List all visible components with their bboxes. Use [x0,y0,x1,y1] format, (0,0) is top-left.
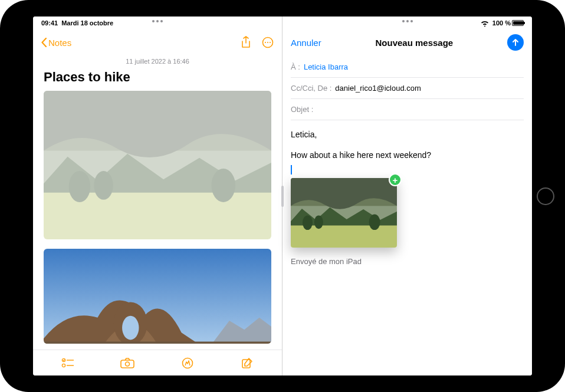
ipad-device: 09:41 Mardi 18 octobre 100 % Notes [0,0,565,392]
add-badge-icon: + [389,173,402,186]
to-field[interactable]: À : Leticia Ibarra [291,57,524,78]
svg-point-9 [211,169,235,202]
more-icon[interactable] [262,37,274,48]
note-timestamp: 11 juillet 2022 à 16:46 [33,57,282,70]
back-button-label: Notes [48,38,71,48]
to-label: À : [291,62,300,71]
svg-point-3 [270,42,271,43]
status-bar: 09:41 Mardi 18 octobre 100 % [33,17,532,29]
notes-app-pane: Notes 11 juillet 2022 à 16:46 Places to … [33,17,282,375]
compose-icon[interactable] [238,354,256,372]
screen: 09:41 Mardi 18 octobre 100 % Notes [33,17,532,375]
svg-point-18 [126,362,130,366]
note-body[interactable] [33,91,282,350]
back-button[interactable]: Notes [41,38,71,48]
note-photo-1[interactable] [44,91,271,239]
svg-point-8 [94,171,113,200]
svg-point-12 [122,316,139,340]
svg-point-26 [369,215,380,230]
markup-icon[interactable] [179,354,196,372]
cc-label: Cc/Cci, De : [291,84,331,93]
subject-label: Objet : [291,105,313,114]
status-time: 09:41 [41,19,58,27]
from-address: daniel_rico1@icloud.com [335,84,421,93]
text-cursor [291,165,292,174]
svg-point-7 [69,171,91,202]
to-recipient[interactable]: Leticia Ibarra [304,62,348,71]
svg-rect-17 [121,360,134,368]
note-photo-2[interactable] [44,249,271,344]
svg-point-2 [267,42,268,43]
dragged-photo-thumbnail[interactable]: + [291,178,397,248]
send-button[interactable] [507,34,524,51]
mail-body-greeting: Leticia, [291,129,524,141]
mail-body[interactable]: Leticia, How about a hike here next week… [282,120,532,276]
multitask-dots-icon[interactable] [402,20,413,22]
mail-body-line: How about a hike here next weekend? [291,149,524,162]
notes-toolbar [33,350,282,375]
subject-field[interactable]: Objet : [291,99,524,120]
status-date: Mardi 18 octobre [61,19,113,27]
split-view-divider[interactable] [281,186,284,207]
mail-signature: Envoyé de mon iPad [291,256,524,268]
svg-point-24 [303,215,313,230]
cc-from-field[interactable]: Cc/Cci, De : daniel_rico1@icloud.com [291,78,524,99]
mail-title: Nouveau message [375,38,453,48]
wifi-icon [481,20,489,27]
cancel-button[interactable]: Annuler [291,38,321,48]
home-button[interactable] [537,187,554,205]
share-icon[interactable] [241,36,251,49]
checklist-icon[interactable] [59,354,77,372]
svg-point-1 [265,42,266,43]
note-title[interactable]: Places to hike [33,70,282,91]
mail-app-pane: Annuler Nouveau message À : Leticia Ibar… [282,17,532,375]
svg-point-25 [314,215,323,229]
battery-percent: 100 % [492,19,511,27]
svg-point-15 [62,364,65,367]
multitask-dots-icon[interactable] [152,20,163,22]
battery-indicator: 100 % [492,19,524,27]
camera-icon[interactable] [119,354,136,372]
